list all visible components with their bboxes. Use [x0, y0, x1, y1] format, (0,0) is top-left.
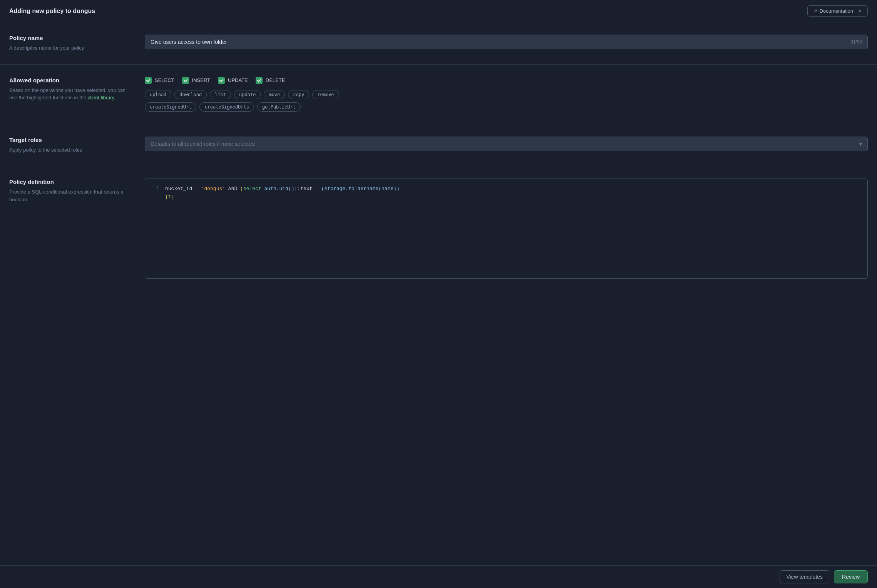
target-roles-section: Target roles Apply policy to the selecte… — [0, 124, 877, 167]
code-content-1: bucket_id = 'dongus' AND (select auth.ui… — [165, 185, 400, 201]
chevron-down-icon: ▾ — [859, 141, 862, 147]
target-roles-left: Target roles Apply policy to the selecte… — [9, 137, 132, 154]
close-icon: ✕ — [858, 8, 862, 14]
check-icon — [257, 78, 261, 83]
page-title: Adding new policy to dongus — [9, 8, 95, 15]
allowed-operation-left: Allowed operation Based on the operation… — [9, 77, 132, 112]
line-number-1: 1 — [151, 185, 159, 191]
policy-name-left: Policy name A descriptive name for your … — [9, 35, 132, 52]
policy-definition-desc: Provide a SQL conditional expression tha… — [9, 188, 132, 203]
view-templates-button[interactable]: View templates — [780, 570, 829, 583]
func-tag-upload: upload — [145, 90, 171, 99]
check-icon — [146, 78, 151, 83]
external-link-icon: ↗ — [813, 8, 817, 14]
target-roles-label: Target roles — [9, 137, 132, 143]
checkbox-update[interactable]: UPDATE — [218, 77, 248, 84]
checkbox-update-label: UPDATE — [228, 77, 248, 83]
checkbox-select[interactable]: SELECT — [145, 77, 174, 84]
target-roles-desc: Apply policy to the selected roles — [9, 146, 132, 154]
func-tag-download: download — [174, 90, 207, 99]
code-editor[interactable]: 1 bucket_id = 'dongus' AND (select auth.… — [145, 179, 868, 279]
documentation-button[interactable]: ↗ Documentation ✕ — [807, 5, 868, 17]
policy-definition-label: Policy definition — [9, 179, 132, 185]
code-line-1: 1 bucket_id = 'dongus' AND (select auth.… — [151, 185, 861, 201]
roles-dropdown[interactable]: Defaults to all (public) roles if none s… — [145, 137, 868, 151]
checkbox-delete-label: DELETE — [266, 77, 285, 83]
target-roles-right: Defaults to all (public) roles if none s… — [145, 137, 868, 154]
allowed-operation-right: SELECT INSERT — [145, 77, 868, 112]
func-tag-move: move — [264, 90, 285, 99]
checkbox-update-box — [218, 77, 225, 84]
policy-name-input-wrapper: 31/50 — [145, 35, 868, 49]
func-tag-createsignedurl: createSignedUrl — [145, 102, 196, 112]
client-library-link[interactable]: client library — [88, 95, 114, 100]
allowed-operation-desc: Based on the operations you have selecte… — [9, 87, 132, 102]
function-tags-row2: createSignedUrl createSignedUrls getPubl… — [145, 102, 868, 112]
checkbox-insert[interactable]: INSERT — [182, 77, 210, 84]
checkbox-insert-box — [182, 77, 189, 84]
char-count: 31/50 — [850, 39, 862, 45]
policy-name-label: Policy name — [9, 35, 132, 41]
header: Adding new policy to dongus ↗ Documentat… — [0, 0, 877, 22]
checkbox-delete[interactable]: DELETE — [256, 77, 285, 84]
func-tag-update: update — [234, 90, 261, 99]
func-tag-list: list — [210, 90, 231, 99]
policy-definition-left: Policy definition Provide a SQL conditio… — [9, 179, 132, 279]
checkbox-select-label: SELECT — [155, 77, 174, 83]
func-tag-getpublicurl: getPublicUrl — [257, 102, 301, 112]
allowed-operation-section: Allowed operation Based on the operation… — [0, 65, 877, 124]
policy-name-desc: A descriptive name for your policy — [9, 44, 132, 52]
checkbox-delete-box — [256, 77, 263, 84]
review-button[interactable]: Review — [834, 570, 868, 583]
footer: View templates Review — [0, 565, 877, 588]
allowed-operation-label: Allowed operation — [9, 77, 132, 84]
func-tag-remove: remove — [312, 90, 339, 99]
policy-definition-section: Policy definition Provide a SQL conditio… — [0, 166, 877, 291]
content-area: Policy name A descriptive name for your … — [0, 22, 877, 565]
func-tag-createsignedurls: createSignedUrls — [199, 102, 254, 112]
function-tags: upload download list update move copy re… — [145, 90, 868, 99]
operations-row: SELECT INSERT — [145, 77, 868, 84]
func-tag-copy: copy — [288, 90, 309, 99]
policy-definition-right: 1 bucket_id = 'dongus' AND (select auth.… — [145, 179, 868, 279]
policy-name-input[interactable] — [151, 39, 847, 45]
checkbox-insert-label: INSERT — [192, 77, 210, 83]
check-icon — [219, 78, 224, 83]
policy-name-right: 31/50 — [145, 35, 868, 52]
checkbox-select-box — [145, 77, 152, 84]
policy-name-section: Policy name A descriptive name for your … — [0, 22, 877, 65]
check-icon — [183, 78, 188, 83]
roles-dropdown-placeholder: Defaults to all (public) roles if none s… — [151, 141, 255, 147]
